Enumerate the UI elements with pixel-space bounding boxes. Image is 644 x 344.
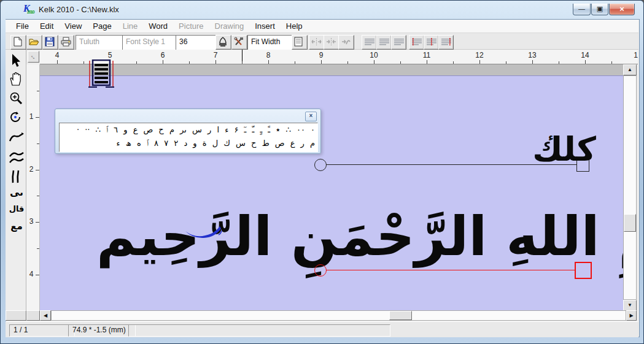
hruler-number: 7	[209, 51, 222, 59]
menu-insert[interactable]: Insert	[249, 20, 281, 33]
restore-button[interactable]: ▣	[591, 4, 608, 15]
hruler-number: 15	[632, 51, 638, 59]
hruler-tick	[585, 60, 586, 64]
arrow-left-icon: ◀	[44, 313, 47, 318]
open-folder-icon	[29, 37, 39, 47]
toolbar: Tuluth ▼ Font Style 1 ▼ 36 ▼ Fit Width ▼	[6, 33, 638, 50]
hruler-minor-tick	[559, 61, 559, 64]
letters-tool[interactable]: ىى	[9, 186, 25, 202]
vertical-scrollbar-thumb[interactable]	[624, 214, 636, 232]
arrow-right-icon: ▶	[629, 313, 633, 318]
title-bar[interactable]: K2010 Kelk 2010 - C:\New.klx — ▣ ×	[1, 1, 643, 19]
kashida-button[interactable]	[338, 35, 354, 50]
ruler-corner-button[interactable]: ↔	[28, 51, 39, 63]
line1-start-handle[interactable]	[314, 159, 327, 171]
vertical-scrollbar-track[interactable]	[623, 75, 637, 300]
menu-edit[interactable]: Edit	[34, 20, 59, 33]
palette-close-button[interactable]: ×	[305, 112, 317, 121]
menu-page[interactable]: Page	[87, 20, 117, 33]
glyph-row-1[interactable]: ٠ ٠٠ ∴ ٭ ـً ـٍ ـّ ـٓ ۶ ء ا ر س ىر م ح ص …	[60, 123, 317, 137]
align-button-1[interactable]	[362, 35, 377, 50]
print-button[interactable]	[58, 35, 74, 50]
canvas[interactable]: بِسْمِ اللهِ الرَّحْمَنِ الرَّحِيم كلك ء	[40, 64, 623, 311]
menu-word[interactable]: Word	[143, 20, 173, 33]
kelk-calligraphy[interactable]: كلك	[486, 126, 596, 174]
zoom-tool[interactable]	[9, 91, 25, 107]
document-icon	[294, 37, 303, 47]
double-curve-icon	[9, 150, 25, 166]
line2-end-handle[interactable]	[575, 262, 592, 279]
line2-baseline[interactable]	[326, 270, 575, 270]
hruler-number: 5	[104, 51, 116, 59]
status-bar: 1 / 1 74.9 * -1.5 (mm)	[6, 321, 638, 337]
menu-file[interactable]: File	[10, 20, 34, 33]
double-stroke-tool[interactable]	[9, 150, 25, 166]
magnifier-plus-icon	[9, 91, 23, 106]
ligature-tool[interactable]: مع	[9, 221, 25, 237]
horizontal-scrollbar-track[interactable]	[51, 310, 626, 321]
close-button[interactable]: ×	[609, 4, 635, 15]
open-button[interactable]	[26, 35, 42, 50]
bismillah-calligraphy[interactable]: بِسْمِ اللهِ الرَّحْمَنِ الرَّحِيم	[96, 178, 600, 295]
kelk-hamza-mark[interactable]: ء	[548, 131, 554, 143]
arrow-up-icon: ▲	[627, 67, 632, 72]
hruler-number: 9	[315, 51, 327, 59]
hruler-number: 13	[526, 51, 538, 59]
alef-strokes-tool[interactable]	[9, 169, 25, 185]
hruler-minor-tick	[400, 61, 401, 64]
hruler-tick	[268, 60, 269, 64]
justify-red-button-1[interactable]	[409, 35, 424, 50]
arrows-in-icon	[326, 37, 336, 47]
hruler-tick	[532, 60, 533, 64]
horizontal-scrollbar-thumb[interactable]	[389, 311, 412, 320]
settings-button[interactable]	[231, 35, 247, 50]
align-button-3[interactable]	[391, 35, 406, 50]
vruler-number: 4	[28, 270, 35, 278]
stroke-tool[interactable]	[9, 131, 25, 147]
save-button[interactable]	[42, 35, 58, 50]
hruler-minor-tick	[453, 61, 454, 64]
hruler-number: 4	[51, 51, 63, 59]
close-icon: ×	[619, 4, 624, 13]
curve-stroke-icon	[9, 131, 25, 145]
vruler-minor-tick	[37, 248, 39, 249]
scroll-up-button[interactable]: ▲	[623, 64, 637, 75]
margin-ladder-marker[interactable]	[88, 59, 115, 90]
hruler-tick	[427, 60, 427, 64]
new-button[interactable]	[10, 35, 26, 50]
rotate-tool[interactable]	[9, 111, 25, 127]
stretch-out-button[interactable]	[309, 35, 325, 50]
yaya-glyph: ىى	[10, 186, 23, 198]
line2-start-handle[interactable]	[314, 264, 327, 277]
justify-red-button-3[interactable]	[438, 35, 454, 50]
glyph-palette-window[interactable]: × ٠ ٠٠ ∴ ٭ ـً ـٍ ـّ ـٓ ۶ ء ا ر س ىر م ح …	[55, 109, 321, 154]
selected-stroke[interactable]	[183, 221, 226, 242]
qal-glyph: قال	[9, 204, 25, 213]
ornament-button[interactable]	[215, 35, 231, 50]
vruler-tick	[36, 170, 39, 170]
glyph-row-2[interactable]: م ر ع ص ط ح س ك ل ة و د ٢ ٧ ٨ ٱ ه ھ ء	[60, 137, 317, 150]
word-tool[interactable]: قال	[9, 204, 25, 220]
minimize-button[interactable]: —	[573, 4, 591, 15]
align-lines-icon	[379, 37, 390, 47]
hruler-tick	[479, 60, 480, 64]
vruler-number: 1	[28, 112, 35, 121]
align-button-2[interactable]	[376, 35, 392, 50]
page-setup-button[interactable]	[292, 35, 308, 50]
menu-help[interactable]: Help	[281, 20, 308, 33]
scroll-right-button[interactable]: ▶	[626, 310, 637, 321]
select-tool[interactable]	[9, 53, 25, 69]
menu-bar: FileEditViewPageLineWordPictureDrawingIn…	[6, 20, 638, 33]
two-strokes-icon	[9, 169, 22, 185]
scroll-left-button[interactable]: ◀	[40, 310, 51, 321]
hruler-number: 6	[157, 51, 169, 59]
pan-tool[interactable]	[9, 72, 25, 88]
menu-view[interactable]: View	[59, 20, 87, 33]
horizontal-ruler: 456789101112131415	[40, 50, 638, 64]
scroll-down-button[interactable]: ▼	[623, 300, 637, 311]
vruler-minor-tick	[37, 143, 39, 144]
tool-palette: ىى قال مع	[6, 50, 26, 310]
justify-red-button-2[interactable]	[424, 35, 439, 50]
stretch-in-button[interactable]	[324, 35, 339, 50]
maa-glyph: مع	[10, 221, 23, 232]
